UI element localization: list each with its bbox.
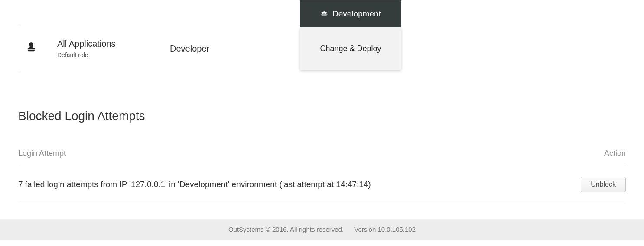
environment-permission-label: Change & Deploy — [320, 44, 381, 53]
blocked-attempts-table-header: Login Attempt Action — [18, 149, 626, 166]
footer-copyright: OutSystems © 2016. All rights reserved. — [228, 226, 344, 233]
col-header-action: Action — [604, 149, 626, 158]
blocked-attempt-row: 7 failed login attempts from IP '127.0.0… — [18, 166, 626, 203]
blocked-attempts-heading: Blocked Login Attempts — [18, 109, 626, 123]
application-scope-title: All Applications — [57, 39, 170, 49]
blocked-attempt-text: 7 failed login attempts from IP '127.0.0… — [18, 180, 371, 189]
environment-name: Development — [332, 9, 381, 19]
role-icon-cell — [18, 27, 44, 70]
page-footer: OutSystems © 2016. All rights reserved. … — [0, 219, 644, 240]
application-scope-subtitle: Default role — [57, 52, 170, 58]
environment-panel: Development Change & Deploy — [300, 27, 401, 70]
environment-permission[interactable]: Change & Deploy — [300, 27, 401, 70]
role-permissions-row: All Applications Default role Developer … — [18, 27, 644, 70]
unblock-button[interactable]: Unblock — [581, 177, 626, 192]
application-scope-cell: All Applications Default role — [44, 27, 170, 70]
environment-header: Development — [300, 0, 401, 27]
col-header-login-attempt: Login Attempt — [18, 149, 66, 158]
footer-version: Version 10.0.105.102 — [354, 226, 416, 233]
user-stamp-icon — [25, 42, 37, 55]
role-name: Developer — [170, 27, 300, 70]
svg-marker-1 — [320, 13, 328, 17]
stack-icon — [320, 11, 328, 16]
